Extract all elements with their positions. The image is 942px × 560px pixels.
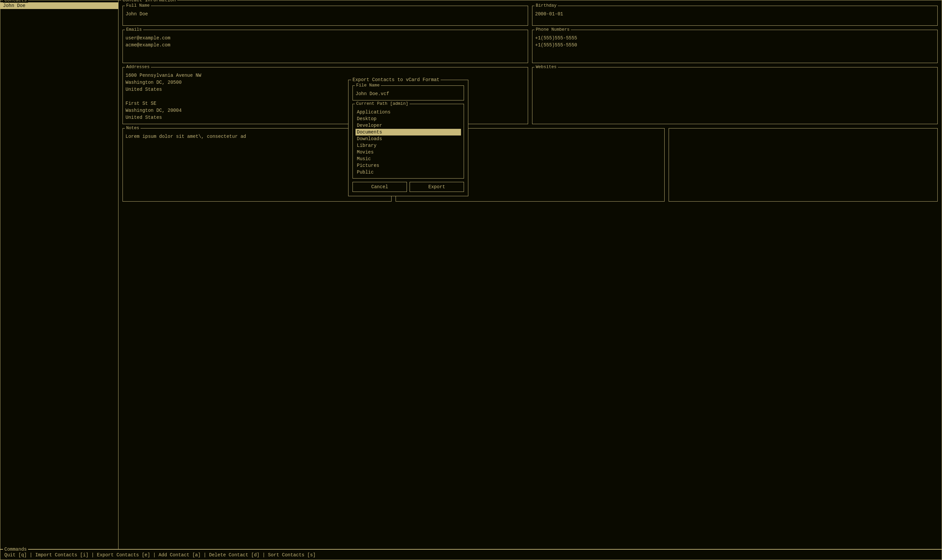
sidebar-item-3[interactable]	[0, 22, 118, 29]
contact-info-panel: Contact Information Full Name John Doe B…	[119, 0, 942, 549]
commands-bar: Commands Quit [q] | Import Contacts [i] …	[0, 549, 942, 560]
current-path-label: Current Path [admin]	[355, 101, 409, 106]
sidebar-item-6[interactable]	[0, 42, 118, 49]
sidebar: Contacts John Doe	[0, 0, 119, 549]
commands-text: Quit [q] | Import Contacts [i] | Export …	[4, 552, 316, 558]
sidebar-item-9[interactable]	[0, 62, 118, 69]
path-item-3[interactable]: Documents	[356, 129, 461, 135]
current-path-field: Current Path [admin] ApplicationsDesktop…	[352, 104, 464, 178]
export-button[interactable]: Export	[409, 182, 464, 192]
export-dialog: Export Contacts to vCard Format File Nam…	[348, 80, 468, 196]
main-layout: Contacts John Doe Contact Information Fu…	[0, 0, 942, 560]
sidebar-item-1[interactable]	[0, 9, 118, 16]
path-item-1[interactable]: Desktop	[356, 115, 461, 122]
path-item-9[interactable]: Public	[356, 169, 461, 175]
dialog-overlay: Export Contacts to vCard Format File Nam…	[119, 0, 942, 549]
content-area: Contacts John Doe Contact Information Fu…	[0, 0, 942, 549]
sidebar-item-5[interactable]	[0, 36, 118, 42]
commands-title: Commands	[3, 547, 28, 552]
file-name-field: File Name John Doe.vcf	[352, 85, 464, 100]
path-item-7[interactable]: Music	[356, 155, 461, 162]
sidebar-list: John Doe	[0, 2, 118, 549]
sidebar-item-11[interactable]	[0, 76, 118, 82]
path-item-0[interactable]: Applications	[356, 109, 461, 115]
sidebar-item-10[interactable]	[0, 69, 118, 76]
dialog-title: Export Contacts to vCard Format	[351, 77, 441, 82]
file-name-label: File Name	[355, 83, 381, 88]
file-name-value[interactable]: John Doe.vcf	[356, 91, 461, 97]
sidebar-item-0[interactable]: John Doe	[0, 2, 118, 9]
cancel-button[interactable]: Cancel	[352, 182, 407, 192]
path-item-2[interactable]: Developer	[356, 122, 461, 129]
path-list[interactable]: ApplicationsDesktopDeveloperDocumentsDow…	[356, 109, 461, 175]
path-item-5[interactable]: Library	[356, 142, 461, 149]
sidebar-title: Contacts	[3, 0, 28, 3]
sidebar-item-4[interactable]	[0, 29, 118, 36]
sidebar-item-2[interactable]	[0, 16, 118, 22]
sidebar-item-8[interactable]	[0, 56, 118, 62]
path-item-6[interactable]: Movies	[356, 149, 461, 155]
path-item-4[interactable]: Downloads	[356, 135, 461, 142]
path-item-8[interactable]: Pictures	[356, 162, 461, 169]
dialog-buttons: Cancel Export	[352, 182, 464, 192]
sidebar-item-7[interactable]	[0, 49, 118, 56]
